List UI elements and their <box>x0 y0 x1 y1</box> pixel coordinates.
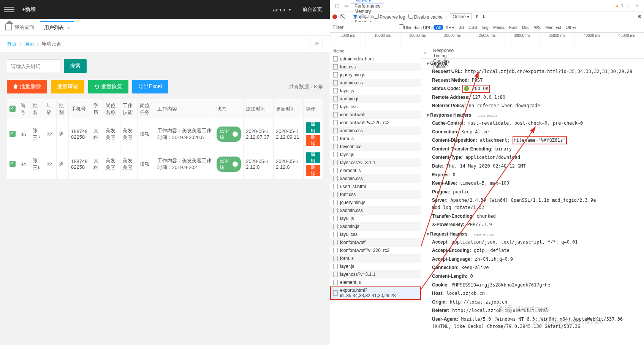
detail-tab-timing[interactable]: Timing <box>429 53 457 59</box>
request-row[interactable]: xadmin.css <box>330 127 421 135</box>
col-header: 操作 <box>304 99 323 119</box>
devtools-tab-network[interactable]: Network <box>351 0 385 3</box>
devtools-tab-performance[interactable]: Performance <box>351 3 385 9</box>
request-row[interactable]: layui.css <box>330 103 421 111</box>
file-icon <box>333 80 338 85</box>
batch-audit-button[interactable]: 批量审核 <box>51 80 84 93</box>
filter-type-other[interactable]: Other <box>563 25 579 30</box>
disable-cache-checkbox[interactable]: Disable cache <box>408 14 443 20</box>
detail-tab-cookies[interactable]: Cookies <box>429 59 457 64</box>
inspect-icon[interactable]: ⬚ <box>334 3 340 9</box>
col-header: 性别 <box>56 99 68 119</box>
delete-button[interactable]: 删除 <box>306 135 320 146</box>
request-row[interactable]: font.css <box>330 191 421 199</box>
settings-icon[interactable]: ⚙ <box>638 14 642 19</box>
tab-desktop[interactable]: 我的桌面 <box>5 24 34 31</box>
hide-data-urls-checkbox[interactable]: Hide data URLs <box>399 24 434 30</box>
filter-type-manifest[interactable]: Manifest <box>543 25 563 30</box>
request-row[interactable]: jquery.min.js <box>330 71 421 79</box>
batch-restore-button[interactable]: 批量恢复 <box>88 80 128 93</box>
filter-input[interactable] <box>330 22 399 32</box>
search-button[interactable]: 搜索 <box>64 59 87 73</box>
crumb-home[interactable]: 首页 <box>7 41 17 47</box>
select-all-checkbox[interactable] <box>9 106 16 112</box>
detail-tab-response[interactable]: Response <box>429 48 457 53</box>
preserve-log-checkbox[interactable]: Preserve log <box>374 14 405 20</box>
filter-type-doc[interactable]: Doc <box>520 25 532 30</box>
status-switch[interactable]: 已审核 <box>217 157 241 172</box>
device-icon[interactable]: ▭ <box>343 3 349 9</box>
timeline-tick: 30000 ms <box>505 33 540 47</box>
row-checkbox[interactable] <box>9 131 16 137</box>
batch-delete-button[interactable]: 批量删除 <box>7 80 47 93</box>
filter-type-css[interactable]: CSS <box>466 25 479 30</box>
request-row[interactable]: form.js <box>330 135 421 143</box>
edit-button[interactable]: 编辑 <box>306 152 320 163</box>
add-new-button[interactable]: +新增 <box>22 6 36 13</box>
request-row[interactable]: xadmin.js <box>330 223 421 231</box>
request-row[interactable]: layui.css <box>330 231 421 239</box>
filter-type-js[interactable]: JS <box>457 25 466 30</box>
request-row[interactable]: layer.js <box>330 151 421 159</box>
request-row[interactable]: layer.css?v=3.1.1 <box>330 271 421 279</box>
request-row[interactable]: layui.js <box>330 215 421 223</box>
request-row[interactable]: iconfont.woff <box>330 239 421 247</box>
frontend-link[interactable]: 前台首页 <box>302 6 322 13</box>
request-row[interactable]: xadmin.css <box>330 79 421 87</box>
filter-type-img[interactable]: Img <box>479 25 491 30</box>
filter-type-all[interactable]: All <box>434 25 443 30</box>
network-timeline[interactable]: 5000 ms10000 ms15000 ms20000 ms25000 ms3… <box>330 33 644 47</box>
delete-button[interactable]: 删除 <box>306 165 320 176</box>
request-row[interactable]: favicon.ico <box>330 143 421 151</box>
status-switch[interactable]: 已审核 <box>217 127 241 142</box>
request-row[interactable]: form.js <box>330 255 421 263</box>
request-row[interactable]: xadmin.js <box>330 95 421 103</box>
filter-icon[interactable] <box>353 14 358 19</box>
warning-icon[interactable]: ▲ <box>615 3 619 8</box>
request-headers-section[interactable]: Request Headersview source <box>421 229 644 238</box>
row-checkbox[interactable] <box>9 161 16 167</box>
response-headers-section[interactable]: Response Headersview source <box>421 110 644 119</box>
request-row[interactable]: jquery.min.js <box>330 199 421 207</box>
close-icon[interactable]: × <box>67 25 70 31</box>
request-row[interactable]: layer.js <box>330 263 421 271</box>
clear-icon[interactable] <box>340 14 345 19</box>
tab-userlist[interactable]: 用户列表× <box>40 21 74 33</box>
file-icon <box>333 240 338 245</box>
throttling-select[interactable]: Online ▾ <box>450 13 472 20</box>
timeline-tick: 35000 ms <box>540 33 574 47</box>
more-icon[interactable]: ⋮ <box>625 3 631 9</box>
request-row[interactable]: layer.css?v=3.1.1 <box>330 159 421 167</box>
filter-type-font[interactable]: Font <box>507 25 520 30</box>
search-input[interactable] <box>7 59 60 73</box>
timeline-tick: 40000 ms <box>574 33 609 47</box>
request-row[interactable]: layui.js <box>330 87 421 95</box>
request-row[interactable]: iconfont.woff <box>330 111 421 119</box>
record-icon[interactable] <box>332 14 337 19</box>
request-row[interactable]: element.js <box>330 167 421 175</box>
request-row[interactable]: xadmin.css <box>330 207 421 215</box>
request-row[interactable]: font.css <box>330 63 421 71</box>
search-icon[interactable]: 🔍 <box>361 14 367 19</box>
user-dropdown[interactable]: admin <box>273 7 291 13</box>
request-row[interactable]: exports.html?id=35,34,33,32,31,30,29,28 <box>330 286 421 300</box>
request-row[interactable]: iconfont.woff?v=226_rc2 <box>330 247 421 255</box>
download-icon[interactable]: ⬇ <box>482 14 486 19</box>
edit-button[interactable]: 编辑 <box>306 122 320 133</box>
request-row[interactable]: iconfont.woff?v=226_rc2 <box>330 119 421 127</box>
filter-type-media[interactable]: Media <box>491 25 507 30</box>
filter-type-ws[interactable]: WS <box>532 25 543 30</box>
detail-tab-initiator[interactable]: Initiator <box>429 64 457 69</box>
upload-icon[interactable]: ⬆ <box>475 14 479 19</box>
close-icon[interactable]: × <box>634 3 640 9</box>
request-row[interactable]: xadmin.css <box>330 175 421 183</box>
menu-toggle-icon[interactable] <box>4 4 14 15</box>
filter-type-xhr[interactable]: XHR <box>443 25 457 30</box>
request-row[interactable]: adminIndex.html <box>330 55 421 63</box>
request-row[interactable]: element.js <box>330 279 421 286</box>
refresh-button[interactable]: ⟳ <box>310 39 323 49</box>
close-detail-icon[interactable]: × <box>424 50 426 55</box>
export-excel-button[interactable]: 导出Excel <box>132 80 168 93</box>
request-row[interactable]: userList.html <box>330 183 421 191</box>
crumb-demo[interactable]: 演示 <box>24 41 34 47</box>
